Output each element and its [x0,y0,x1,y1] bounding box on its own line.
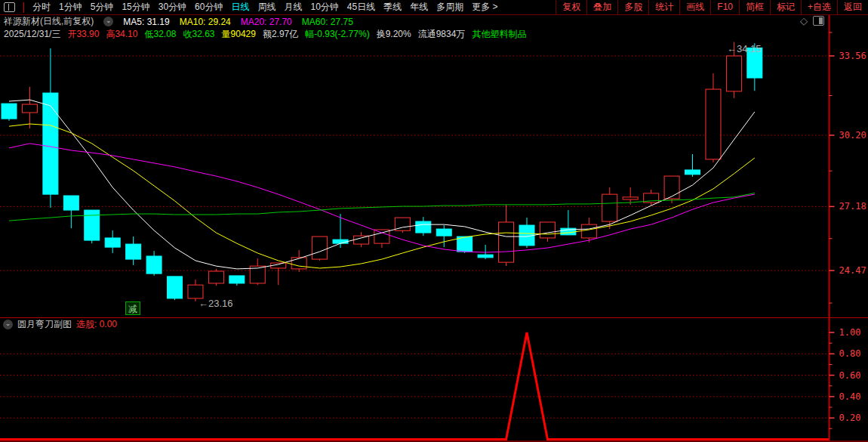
svg-text:1.00: 1.00 [839,327,861,338]
overlay-button[interactable]: 叠加 [586,0,617,14]
tab-quarterly[interactable]: 季线 [383,1,402,14]
diamond-icon[interactable]: ◇ [800,16,808,26]
tab-30min[interactable]: 30分钟 [159,1,186,14]
sub-indicator-name[interactable]: 圆月弯刀副图 [17,318,72,331]
quote-close: 收32.63 [183,28,215,41]
tab-1min[interactable]: 1分钟 [59,1,82,14]
price-axis: 33.5630.2027.1824.471.000.800.600.400.20 [830,32,866,428]
candlesticks[interactable] [2,42,762,301]
ma5-label: MA5: 31.19 [123,17,169,27]
panel-layout-icon[interactable] [813,16,824,26]
tab-60min[interactable]: 60分钟 [195,1,223,14]
tab-monthly[interactable]: 月线 [284,1,302,14]
quote-float-shares: 流通9834万 [418,28,466,41]
quote-turnover: 换9.20% [377,28,411,41]
price-annotation: ←23.16 [199,298,233,309]
quote-bar: 2025/12/31/三 开33.90 高34.10 低32.08 收32.63… [4,29,526,40]
tab-15min[interactable]: 15分钟 [122,1,149,14]
stock-title: 祥源新材(日线,前复权) [4,15,94,28]
price-annotation: ←34.15 [727,43,762,54]
tab-45day[interactable]: 45日线 [347,1,375,14]
tab-10min[interactable]: 10分钟 [310,1,338,14]
chevron-down-icon[interactable]: ⌄ [103,17,113,26]
svg-text:24.47: 24.47 [839,265,866,276]
draw-line-button[interactable]: 画线 [679,0,710,14]
period-tabs: 分时 1分钟 5分钟 15分钟 30分钟 60分钟 日线 周线 月线 10分钟 … [0,1,498,14]
svg-text:0.60: 0.60 [839,370,861,381]
event-marker-text: 减 [128,304,137,314]
signal-line [0,332,830,440]
quote-high: 高34.10 [106,28,137,41]
chevron-down-icon[interactable]: ⌄ [3,320,13,329]
sub-indicator-value: 选股: 0.00 [76,318,117,331]
ma60-label: MA60: 27.75 [302,17,353,27]
tab-fenshi[interactable]: 分时 [32,1,51,14]
tab-yearly[interactable]: 年线 [410,1,428,14]
svg-text:30.20: 30.20 [839,130,866,141]
mark-button[interactable]: 标记 [770,0,801,14]
chart-info-bar: 祥源新材(日线,前复权) ⌄ MA5: 31.19 MA10: 29.24 MA… [4,16,353,27]
action-buttons: 复权 叠加 多股 统计 画线 F10 简框 标记 +自选 返回 [556,0,868,14]
tab-daily[interactable]: 日线 [231,1,249,14]
toolbar-separator [23,2,24,13]
svg-text:0.20: 0.20 [839,413,861,423]
tdx-window: 33.5630.2027.1824.471.000.800.600.400.20… [0,0,868,442]
tab-weekly[interactable]: 周线 [257,1,275,14]
grid-lines [0,56,830,418]
svg-text:33.56: 33.56 [839,51,866,61]
f10-button[interactable]: F10 [710,0,739,14]
quote-open: 开33.90 [67,28,99,41]
info-bar-icons: ◇ [800,16,824,26]
quote-volume: 量90429 [222,28,256,41]
ma20-label: MA20: 27.70 [241,17,292,27]
quote-industry: 其他塑料制品 [472,28,526,41]
quote-low: 低32.08 [144,28,176,41]
tab-5min[interactable]: 5分钟 [91,1,114,14]
back-button[interactable]: 返回 [837,0,868,14]
quote-change: 幅-0.93(-2.77%) [305,28,369,41]
ma10-label: MA10: 29.24 [180,17,231,27]
split-window-icon[interactable] [4,2,15,12]
sub-indicator-header: ⌄ 圆月弯刀副图 选股: 0.00 [3,319,117,329]
add-watchlist-button[interactable]: +自选 [801,0,837,14]
simple-frame-button[interactable]: 简框 [739,0,770,14]
period-toolbar: 分时 1分钟 5分钟 15分钟 30分钟 60分钟 日线 周线 月线 10分钟 … [0,0,868,15]
quote-amount: 额2.97亿 [263,28,298,41]
multi-stock-button[interactable]: 多股 [617,0,648,14]
tab-more[interactable]: 更多 > [472,1,497,14]
svg-text:0.40: 0.40 [839,391,861,402]
tab-multiperiod[interactable]: 多周期 [436,1,463,14]
svg-text:0.80: 0.80 [839,348,861,359]
quote-date: 2025/12/31/三 [4,28,60,41]
statistics-button[interactable]: 统计 [648,0,679,14]
chart-canvas[interactable]: 33.5630.2027.1824.471.000.800.600.400.20… [0,0,868,442]
svg-text:27.18: 27.18 [839,201,866,212]
adjust-price-button[interactable]: 复权 [556,0,586,14]
